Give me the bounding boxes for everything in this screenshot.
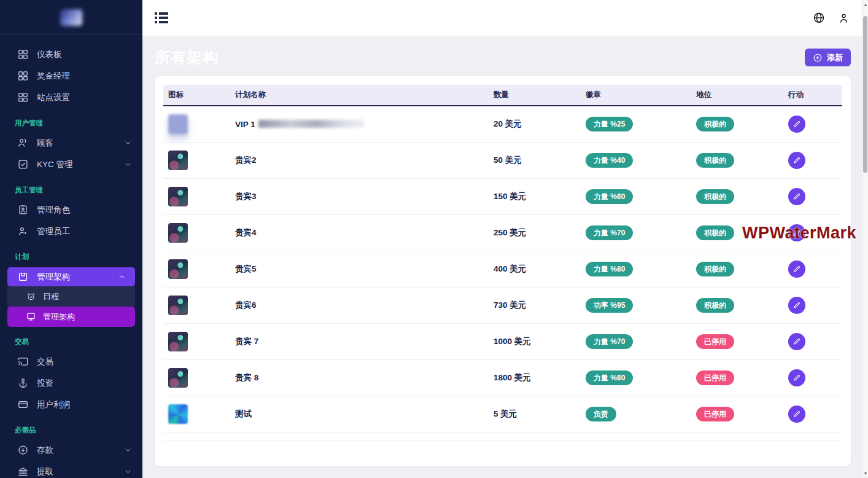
- sidebar-item-label: 管理架构: [43, 311, 75, 323]
- plan-name: 测试: [230, 409, 490, 420]
- sidebar-item-withdrawals[interactable]: 提取: [0, 461, 142, 478]
- table-body: VIP 1 20 美元 力量 %25 积极的 贵宾2 50 美元 力量 %40 …: [163, 106, 842, 433]
- table-footer: [163, 433, 842, 441]
- sidebar-item-label: 管理角色: [37, 205, 70, 216]
- edit-button[interactable]: [788, 261, 805, 278]
- sidebar-item-schedule[interactable]: 日程: [7, 286, 135, 307]
- table-row: 贵宾 7 1000 美元 力量 %70 已停用: [163, 324, 842, 360]
- page-title: 所有架构: [155, 47, 219, 68]
- chevron-down-icon: [123, 467, 133, 476]
- pencil-icon: [792, 410, 801, 418]
- chevron-down-icon: [123, 445, 133, 455]
- sidebar-item-site-settings[interactable]: 站点设置: [0, 87, 142, 108]
- users-icon: [17, 137, 29, 149]
- grid-icon: [17, 49, 29, 60]
- table-row: 贵宾3 150 美元 力量 %60 积极的: [163, 179, 842, 215]
- bank-icon: [17, 466, 29, 477]
- sidebar-item-customers[interactable]: 顾客: [0, 132, 142, 154]
- edit-button[interactable]: [788, 224, 805, 241]
- sidebar-item-transactions[interactable]: 交易: [0, 351, 142, 372]
- scroll-up-arrow-icon[interactable]: ▲: [862, 2, 868, 7]
- status-badge: 积极的: [696, 153, 734, 168]
- page-scrollbar[interactable]: ▲ ▼: [862, 0, 868, 478]
- sidebar-item-dashboard[interactable]: 仪表板: [0, 44, 142, 65]
- add-new-button[interactable]: 添新: [805, 49, 851, 66]
- pencil-icon: [792, 192, 801, 201]
- edit-button[interactable]: [788, 406, 805, 423]
- plan-image: [168, 332, 188, 351]
- plan-image: [168, 151, 188, 170]
- plan-image: [168, 296, 188, 315]
- content: 所有架构 添新 图标 计划名称 数量 徽章 地位 行动 VIP 1: [142, 36, 868, 478]
- edit-button[interactable]: [788, 297, 805, 314]
- power-badge: 负责: [586, 407, 616, 421]
- edit-button[interactable]: [788, 152, 805, 169]
- user-dot-icon: [17, 225, 29, 237]
- alarm-icon: [26, 291, 36, 302]
- pencil-icon: [792, 120, 801, 128]
- plan-image: [168, 404, 188, 424]
- scrollbar-thumb[interactable]: [863, 16, 867, 173]
- sidebar-item-user-profits[interactable]: 用户利润: [0, 394, 142, 415]
- status-badge: 积极的: [696, 189, 734, 204]
- sidebar: 仪表板奖金经理站点设置用户管理顾客KYC 管理员工管理管理角色管理员工计划管理架…: [0, 0, 142, 478]
- sidebar-item-manage-roles[interactable]: 管理角色: [0, 199, 142, 221]
- sidebar-item-bonus-manager[interactable]: 奖金经理: [0, 65, 142, 87]
- sidebar-section-plans: 计划: [0, 242, 142, 266]
- table-row: 贵宾6 730 美元 功率 %95 积极的: [163, 288, 842, 324]
- sidebar-item-manage-structures-sub[interactable]: 管理架构: [7, 307, 135, 327]
- download-circle-icon: [17, 444, 29, 456]
- plan-image: [168, 368, 188, 388]
- sidebar-submenu: 日程管理架构: [7, 286, 135, 327]
- sidebar-section-essentials: 必需品: [0, 415, 142, 439]
- pencil-icon: [792, 156, 801, 165]
- sidebar-item-label: 仪表板: [37, 49, 62, 60]
- app-logo: [60, 9, 82, 26]
- pencil-icon: [792, 229, 801, 237]
- scroll-down-arrow-icon[interactable]: ▼: [862, 471, 868, 476]
- plan-amount: 150 美元: [490, 191, 582, 202]
- sidebar-item-label: 管理员工: [37, 226, 70, 237]
- main-area: 所有架构 添新 图标 计划名称 数量 徽章 地位 行动 VIP 1: [142, 0, 868, 478]
- chevron-up-icon: [117, 272, 126, 281]
- col-header-action: 行动: [785, 90, 842, 100]
- edit-button[interactable]: [788, 369, 805, 386]
- user-icon[interactable]: [838, 12, 850, 24]
- edit-button[interactable]: [788, 116, 805, 133]
- plan-amount: 1800 美元: [490, 372, 582, 383]
- sidebar-item-manage-structures[interactable]: 管理架构: [7, 267, 135, 286]
- sidebar-item-label: 投资: [37, 378, 53, 389]
- status-badge: 积极的: [696, 298, 734, 313]
- edit-button[interactable]: [788, 333, 805, 350]
- status-badge: 已停用: [696, 334, 734, 349]
- sidebar-item-manage-staff[interactable]: 管理员工: [0, 221, 142, 242]
- power-badge: 力量 %80: [586, 262, 633, 276]
- chevron-down-icon: [123, 138, 133, 147]
- power-badge: 力量 %70: [586, 334, 633, 349]
- plan-amount: 730 美元: [490, 300, 582, 311]
- sidebar-item-deposits[interactable]: 存款: [0, 439, 142, 461]
- logo-area[interactable]: [0, 0, 142, 35]
- cast-icon: [17, 356, 29, 367]
- sidebar-item-kyc-management[interactable]: KYC 管理: [0, 154, 142, 175]
- table-row: 贵宾4 250 美元 力量 %70 积极的: [163, 215, 842, 251]
- edit-button[interactable]: [788, 188, 805, 205]
- id-badge-icon: [17, 204, 29, 216]
- plan-name: 贵宾 7: [230, 336, 490, 347]
- sidebar-section-user-management: 用户管理: [0, 108, 142, 132]
- status-badge: 积极的: [696, 117, 734, 131]
- sidebar-item-label: 提取: [37, 466, 53, 477]
- sidebar-item-label: 交易: [37, 356, 53, 367]
- pencil-icon: [792, 301, 801, 310]
- col-header-name: 计划名称: [230, 90, 490, 100]
- plan-name: 贵宾5: [230, 264, 490, 275]
- menu-toggle-icon[interactable]: [155, 12, 168, 23]
- grid-icon: [17, 92, 29, 103]
- chevron-down-icon: [123, 160, 133, 169]
- status-badge: 积极的: [696, 262, 734, 276]
- sidebar-item-investments[interactable]: 投资: [0, 372, 142, 394]
- col-header-badge: 徽章: [582, 90, 692, 100]
- globe-icon[interactable]: [813, 12, 825, 24]
- plan-amount: 250 美元: [490, 227, 582, 238]
- sidebar-menu: 仪表板奖金经理站点设置用户管理顾客KYC 管理员工管理管理角色管理员工计划管理架…: [0, 35, 142, 478]
